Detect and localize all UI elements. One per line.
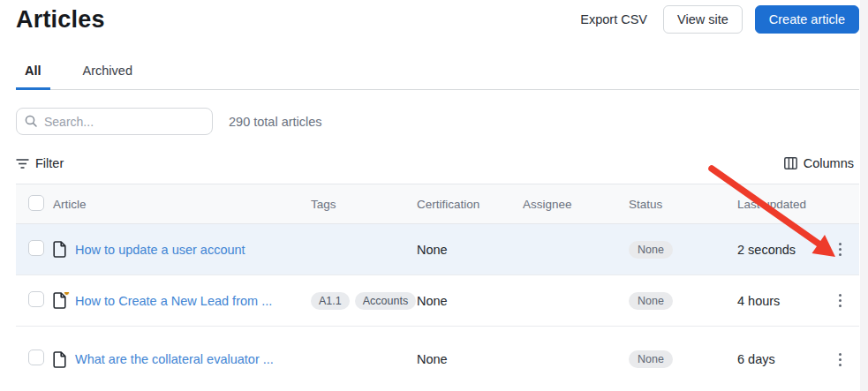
total-articles-count: 290 total articles (229, 115, 322, 129)
status-badge: None (629, 241, 673, 259)
tab-bar: All Archived (16, 58, 859, 90)
article-link[interactable]: How to Create a New Lead from ... (75, 294, 272, 308)
document-icon (53, 241, 66, 258)
row-checkbox[interactable] (28, 350, 44, 365)
last-updated-cell: 4 hours (737, 294, 821, 308)
certification-cell: None (417, 243, 523, 257)
last-updated-cell: 6 days (737, 352, 821, 366)
certification-cell: None (417, 352, 523, 366)
article-link[interactable]: What are the collateral evaluator ... (75, 352, 274, 366)
filter-icon (16, 158, 29, 169)
column-header-status[interactable]: Status (629, 198, 737, 211)
document-icon (53, 351, 66, 368)
tag-pill: Accounts (355, 292, 416, 310)
table-body: How to update a user account None None 2… (16, 224, 859, 391)
tab-all[interactable]: All (16, 58, 50, 90)
columns-button[interactable]: Columns (784, 156, 854, 170)
unsaved-changes-dot (64, 292, 70, 296)
status-cell: None (629, 292, 737, 310)
status-badge: None (629, 350, 673, 368)
view-site-button[interactable]: View site (663, 5, 743, 34)
page-title: Articles (16, 6, 105, 34)
column-header-tags[interactable]: Tags (311, 198, 417, 211)
table-row[interactable]: How to update a user account None None 2… (16, 224, 859, 275)
search-input[interactable] (16, 108, 213, 135)
tab-archived[interactable]: Archived (74, 58, 141, 90)
column-header-certification[interactable]: Certification (417, 198, 523, 211)
status-cell: None (629, 241, 737, 259)
filter-label: Filter (35, 156, 64, 170)
row-checkbox[interactable] (28, 291, 44, 307)
articles-page: Articles Export CSV View site Create art… (0, 0, 868, 391)
search-box (16, 108, 213, 135)
columns-label: Columns (804, 156, 854, 170)
status-badge: None (629, 292, 673, 310)
last-updated-cell: 2 seconds (737, 243, 821, 257)
row-actions-kebab-menu[interactable] (834, 350, 847, 370)
column-header-article[interactable]: Article (53, 198, 311, 211)
row-actions-kebab-menu[interactable] (834, 239, 847, 259)
export-csv-button[interactable]: Export CSV (577, 7, 651, 32)
create-article-button[interactable]: Create article (755, 5, 859, 34)
filter-button[interactable]: Filter (16, 156, 64, 170)
columns-icon (784, 157, 797, 169)
tag-pill: A1.1 (311, 292, 350, 310)
search-icon (24, 114, 38, 128)
document-icon (53, 292, 66, 309)
select-all-checkbox[interactable] (28, 195, 44, 211)
article-link[interactable]: How to update a user account (75, 243, 245, 257)
top-actions: Export CSV View site Create article (577, 5, 859, 34)
scrollbar-gutter (860, 0, 868, 391)
status-cell: None (629, 350, 737, 368)
table-row[interactable]: How to Create a New Lead from ... A1.1Ac… (16, 275, 859, 327)
row-actions-kebab-menu[interactable] (834, 290, 847, 311)
top-bar: Articles Export CSV View site Create art… (0, 0, 868, 35)
search-row: 290 total articles (16, 108, 868, 135)
certification-cell: None (417, 294, 523, 308)
table-row[interactable]: What are the collateral evaluator ... No… (16, 327, 859, 391)
column-header-assignee[interactable]: Assignee (523, 198, 629, 211)
table-toolbar: Filter Columns (16, 156, 854, 170)
row-checkbox[interactable] (28, 240, 44, 256)
column-header-last-updated[interactable]: Last updated (737, 198, 821, 211)
articles-table: Article Tags Certification Assignee Stat… (16, 184, 859, 391)
tags-cell: A1.1Accounts (311, 292, 417, 310)
table-header-row: Article Tags Certification Assignee Stat… (16, 184, 859, 224)
